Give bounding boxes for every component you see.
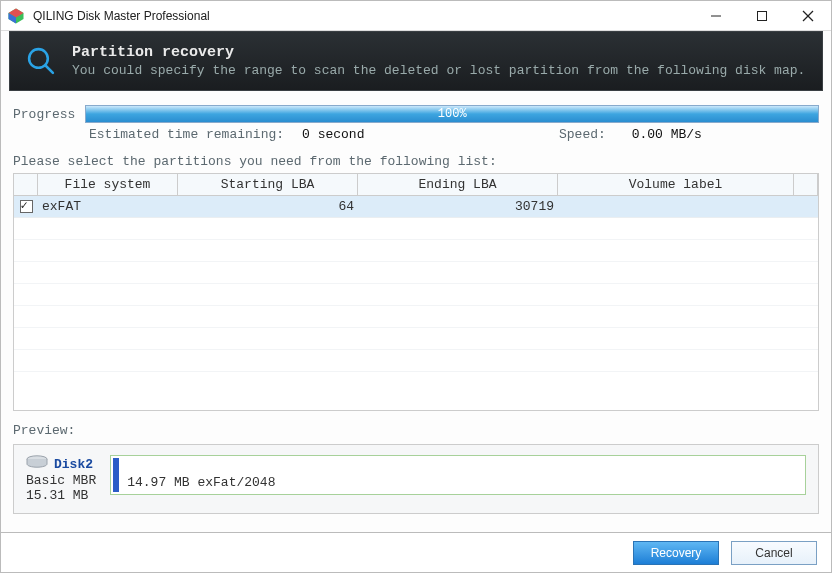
- preview-label: Preview:: [13, 423, 819, 438]
- svg-rect-4: [758, 11, 767, 20]
- cell-ending-lba: 30719: [358, 199, 558, 214]
- svg-line-8: [45, 65, 53, 73]
- table-row[interactable]: exFAT 64 30719: [14, 196, 818, 218]
- partition-caption: 14.97 MB exFat/2048: [127, 475, 799, 490]
- eta-value: 0 second: [302, 127, 364, 142]
- cell-file-system: exFAT: [38, 199, 178, 214]
- progress-percent: 100%: [438, 107, 467, 121]
- page-subtitle: You could specify the range to scan the …: [72, 63, 805, 78]
- window-title: QILING Disk Master Professional: [33, 9, 210, 23]
- speed-value: 0.00 MB/s: [632, 127, 702, 142]
- col-file-system[interactable]: File system: [38, 174, 178, 195]
- preview-box: Disk2 Basic MBR 15.31 MB 14.97 MB exFat/…: [13, 444, 819, 514]
- col-volume-label[interactable]: Volume label: [558, 174, 794, 195]
- maximize-button[interactable]: [739, 1, 785, 31]
- page-title: Partition recovery: [72, 44, 805, 61]
- select-prompt: Please select the partitions you need fr…: [13, 154, 819, 169]
- row-checkbox[interactable]: [20, 200, 33, 213]
- speed-label: Speed:: [559, 127, 606, 142]
- app-icon: [7, 7, 25, 25]
- close-button[interactable]: [785, 1, 831, 31]
- col-starting-lba[interactable]: Starting LBA: [178, 174, 358, 195]
- cell-starting-lba: 64: [178, 199, 358, 214]
- disk-name: Disk2: [54, 457, 93, 472]
- progress-label: Progress: [13, 107, 75, 122]
- disk-map[interactable]: 14.97 MB exFat/2048: [110, 455, 806, 495]
- disk-size: 15.31 MB: [26, 488, 96, 503]
- col-ending-lba[interactable]: Ending LBA: [358, 174, 558, 195]
- disk-icon: [26, 455, 48, 473]
- disk-type: Basic MBR: [26, 473, 96, 488]
- cancel-button[interactable]: Cancel: [731, 541, 817, 565]
- scan-icon: [24, 44, 58, 78]
- partition-segment[interactable]: [113, 458, 119, 492]
- minimize-button[interactable]: [693, 1, 739, 31]
- recovery-button[interactable]: Recovery: [633, 541, 719, 565]
- partition-table: File system Starting LBA Ending LBA Volu…: [13, 173, 819, 411]
- progress-bar: 100%: [85, 105, 819, 123]
- eta-label: Estimated time remaining:: [89, 127, 284, 142]
